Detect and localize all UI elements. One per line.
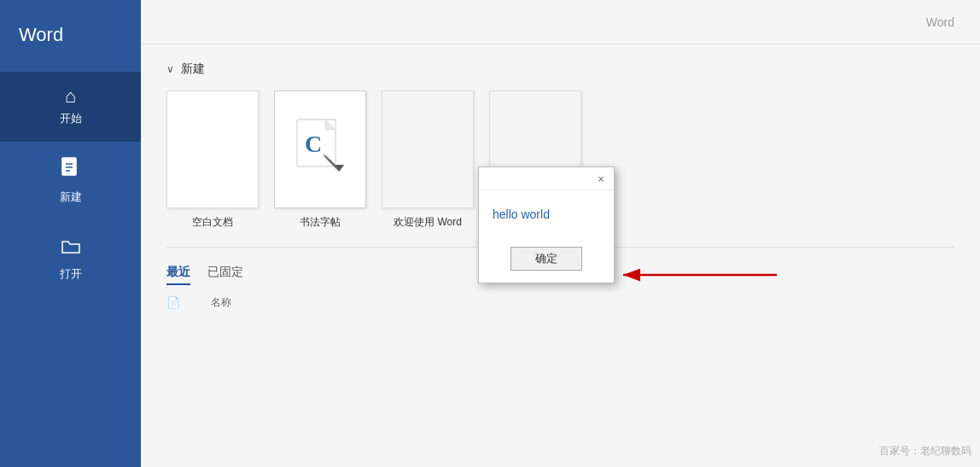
dialog-body: hello world — [479, 190, 614, 247]
template-label-calligraphy: 书法字帖 — [300, 215, 341, 230]
home-icon: ⌂ — [65, 87, 76, 106]
open-icon — [60, 236, 82, 261]
template-label-welcome: 欢迎使用 Word — [394, 215, 462, 230]
template-thumb-welcome — [382, 90, 474, 208]
list-icon: 📄 — [166, 296, 180, 309]
list-header-row: 📄 名称 — [166, 295, 954, 310]
template-label-blank: 空白文档 — [192, 215, 233, 230]
main-content: Word ∨ 新建 空白文档 — [141, 0, 980, 467]
dialog-titlebar: × — [479, 167, 614, 190]
sidebar-label-new: 新建 — [60, 190, 82, 205]
dialog-ok-button[interactable]: 确定 — [510, 247, 582, 271]
new-section-title: 新建 — [181, 61, 205, 77]
tab-recent[interactable]: 最近 — [166, 261, 190, 285]
sidebar-label-open: 打开 — [60, 266, 82, 282]
new-section-header: ∨ 新建 — [166, 61, 954, 77]
template-thumb-blank — [166, 90, 259, 208]
sidebar-item-open[interactable]: 打开 — [0, 220, 141, 297]
sidebar-item-home[interactable]: ⌂ 开始 — [0, 72, 141, 142]
topbar: Word — [141, 0, 980, 44]
template-calligraphy[interactable]: C 书法字帖 — [274, 90, 366, 230]
svg-rect-0 — [62, 158, 76, 175]
template-welcome[interactable]: 欢迎使用 Word — [382, 90, 474, 230]
sidebar: Word ⌂ 开始 新建 — [0, 0, 141, 467]
chevron-icon: ∨ — [166, 63, 174, 75]
topbar-title: Word — [926, 15, 954, 29]
template-blank[interactable]: 空白文档 — [166, 90, 259, 230]
dialog-footer: 确定 — [479, 247, 614, 283]
tab-pinned[interactable]: 已固定 — [207, 261, 243, 285]
app-title: Word — [0, 0, 141, 63]
dialog: × hello world 确定 — [478, 166, 615, 283]
list-header: 名称 — [211, 295, 231, 310]
new-icon — [60, 157, 82, 184]
dialog-close-button[interactable]: × — [593, 171, 609, 186]
sidebar-label-home: 开始 — [60, 111, 82, 126]
svg-text:C: C — [305, 131, 322, 157]
sidebar-item-new[interactable]: 新建 — [0, 142, 141, 220]
sidebar-nav: ⌂ 开始 新建 打开 — [0, 72, 141, 297]
template-thumb-calligraphy: C — [274, 90, 366, 208]
watermark: 百家号：老纪聊数码 — [879, 444, 971, 458]
dialog-message: hello world — [493, 207, 600, 221]
